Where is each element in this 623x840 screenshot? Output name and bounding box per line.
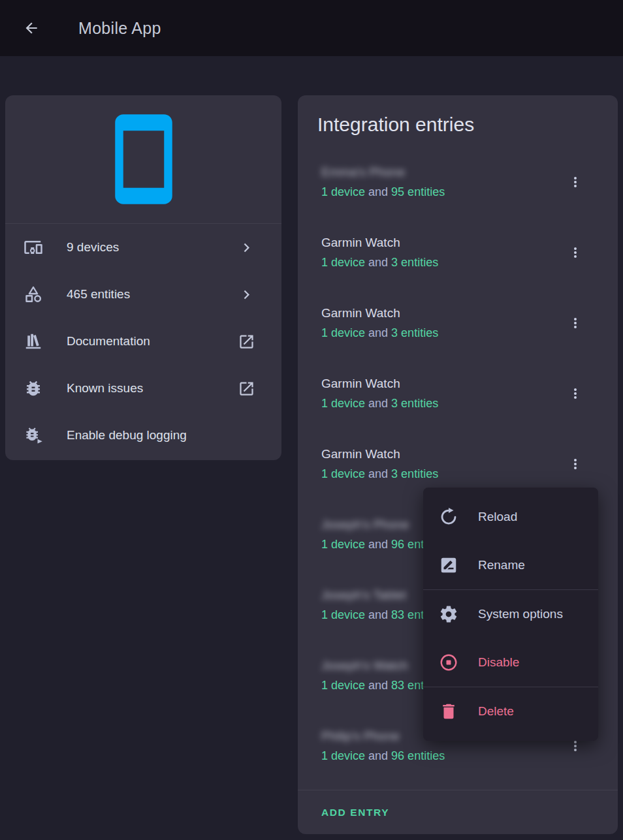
overview-row-debug-logging[interactable]: Enable debug logging (5, 412, 281, 459)
entry-summary-conjunction: and (365, 679, 391, 692)
entry-device-link[interactable]: 1 device (321, 467, 365, 480)
overview-row-documentation[interactable]: Documentation (5, 318, 281, 365)
entry-summary-conjunction: and (365, 256, 391, 269)
entry-summary-conjunction: and (365, 185, 391, 198)
overview-row-known-issues[interactable]: Known issues (5, 365, 281, 412)
integration-entry: Garmin Watch1 device and 3 entities (298, 298, 618, 368)
menu-item-label: Rename (478, 558, 525, 572)
add-entry-button[interactable]: ADD ENTRY (321, 807, 389, 818)
page-title: Mobile App (78, 19, 161, 38)
entry-device-link[interactable]: 1 device (321, 749, 365, 762)
entry-summary-conjunction: and (365, 326, 391, 339)
entry-summary-conjunction: and (365, 538, 391, 551)
dots-vertical-icon (567, 386, 583, 401)
entry-summary-conjunction: and (365, 608, 391, 621)
integration-entry: Emma's Phone1 device and 95 entities (298, 157, 618, 227)
delete-icon (439, 702, 458, 721)
dots-vertical-icon (567, 456, 583, 472)
entry-menu-button[interactable] (562, 379, 588, 408)
entry-device-link[interactable]: 1 device (321, 185, 365, 198)
reload-icon (439, 507, 458, 527)
bug-play-icon (24, 426, 43, 445)
menu-item-label: System options (478, 607, 563, 621)
cellphone-icon (95, 110, 193, 208)
shapes-icon (24, 285, 43, 304)
open-in-new-icon (238, 380, 255, 397)
dots-vertical-icon (567, 315, 583, 331)
entry-menu-button[interactable] (562, 309, 588, 337)
cog-icon (439, 604, 458, 624)
open-in-new-icon (238, 333, 255, 350)
overview-row-label: 9 devices (67, 240, 238, 255)
entry-device-link[interactable]: 1 device (321, 608, 365, 621)
app-header: Mobile App (0, 0, 623, 56)
menu-item-delete[interactable]: Delete (423, 687, 598, 736)
entry-summary-conjunction: and (365, 397, 391, 410)
menu-item-disable[interactable]: Disable (423, 638, 598, 687)
entry-entities-link[interactable]: 3 entities (391, 256, 438, 269)
entry-entities-link[interactable]: 3 entities (391, 326, 438, 339)
entry-menu-button[interactable] (562, 168, 588, 196)
dots-vertical-icon (567, 174, 583, 190)
overview-row-devices[interactable]: 9 devices (5, 224, 281, 271)
entry-menu-button[interactable] (562, 238, 588, 267)
integration-entry: Garmin Watch1 device and 3 entities (298, 368, 618, 439)
menu-item-system-options[interactable]: System options (423, 590, 598, 638)
entries-card-title: Integration entries (298, 95, 618, 136)
devices-icon (24, 238, 43, 257)
entry-device-link[interactable]: 1 device (321, 679, 365, 692)
entry-context-menu: ReloadRenameSystem optionsDisableDelete (423, 488, 598, 741)
menu-item-rename[interactable]: Rename (423, 541, 598, 589)
entry-device-link[interactable]: 1 device (321, 256, 365, 269)
overview-rows: 9 devices465 entitiesDocumentationKnown … (5, 224, 281, 459)
overview-row-label: Known issues (67, 381, 238, 396)
entry-menu-button[interactable] (562, 450, 588, 478)
menu-item-label: Delete (478, 704, 514, 719)
entry-device-link[interactable]: 1 device (321, 326, 365, 339)
bookshelf-icon (24, 332, 43, 351)
bug-icon (24, 379, 43, 398)
entry-device-link[interactable]: 1 device (321, 538, 365, 551)
chevron-right-icon (238, 239, 255, 257)
chevron-right-icon (238, 286, 255, 303)
menu-item-reload[interactable]: Reload (423, 493, 598, 541)
integration-entry: Garmin Watch1 device and 3 entities (298, 227, 618, 298)
entry-entities-link[interactable]: 95 entities (391, 185, 445, 198)
entry-device-link[interactable]: 1 device (321, 397, 365, 410)
overview-row-label: Documentation (67, 334, 238, 349)
entries-card-footer: ADD ENTRY (298, 790, 618, 834)
integration-overview-card: 9 devices465 entitiesDocumentationKnown … (5, 95, 281, 460)
entry-entities-link[interactable]: 3 entities (391, 397, 438, 410)
integration-icon-section (5, 95, 281, 224)
entry-entities-link[interactable]: 3 entities (391, 467, 438, 480)
menu-item-label: Reload (478, 510, 517, 524)
arrow-left-icon (23, 20, 40, 37)
overview-row-entities[interactable]: 465 entities (5, 271, 281, 318)
stop-circle-icon (439, 653, 458, 672)
overview-row-label: Enable debug logging (67, 428, 255, 443)
menu-item-label: Disable (478, 655, 519, 670)
entry-summary-conjunction: and (365, 467, 391, 480)
entry-summary-conjunction: and (365, 749, 391, 762)
rename-box-icon (439, 555, 458, 575)
back-button[interactable] (16, 12, 47, 44)
dots-vertical-icon (567, 245, 583, 260)
overview-row-label: 465 entities (67, 287, 238, 302)
entry-entities-link[interactable]: 96 entities (391, 749, 445, 762)
